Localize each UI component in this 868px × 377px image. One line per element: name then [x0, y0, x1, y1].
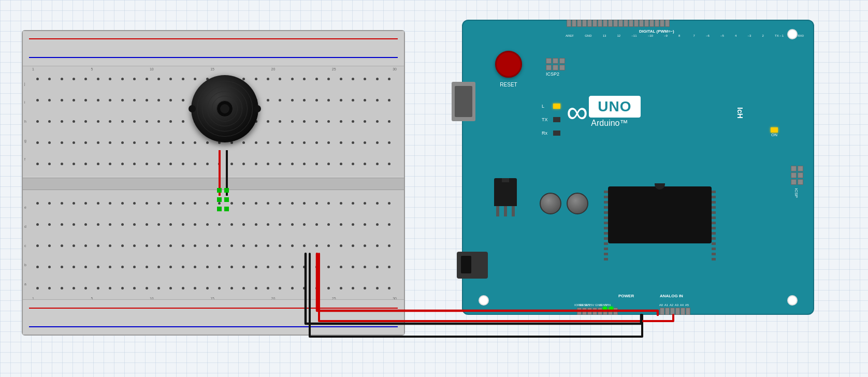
led-indicators: L TX Rx: [542, 104, 560, 136]
power-jack: [457, 252, 488, 279]
capacitor-1: [540, 193, 561, 214]
usb-port: [452, 82, 475, 121]
on-led-area: ON: [771, 127, 778, 137]
screw-hole-tr: [787, 29, 798, 39]
screw-hole-br: [787, 295, 798, 306]
row-label-i: i: [24, 100, 31, 104]
buzzer: [189, 72, 266, 150]
row-label-f: f: [24, 157, 31, 161]
breadboard-bottom-rail: [23, 299, 404, 335]
breadboard-center-gap: [23, 178, 404, 190]
power-green-led-2: [609, 307, 613, 311]
atmega-chip: [608, 186, 712, 243]
uno-badge: UNO: [589, 96, 640, 118]
led-rx-label: Rx: [542, 130, 550, 136]
row-label-b: b: [24, 263, 31, 267]
power-green-led-1: [603, 307, 607, 311]
on-led: [771, 127, 778, 133]
buzzer-connector-green-3: [217, 197, 222, 202]
icsp2-header: ICSP2: [546, 58, 565, 77]
top-rail-blue-line: [29, 57, 398, 58]
icsp-text: IcH: [736, 107, 744, 119]
buzzer-connector-green-1: [217, 188, 222, 193]
bottom-rail-blue-line: [29, 326, 398, 327]
row-label-h: h: [24, 120, 31, 123]
arduino-logo-area: ∞ UNO Arduino™: [567, 96, 641, 128]
arduino-brand: Arduino™: [589, 119, 640, 128]
on-label: ON: [771, 133, 778, 137]
reset-button[interactable]: [495, 51, 522, 78]
led-tx: [553, 117, 560, 122]
breadboard-bottom-dots: [23, 190, 404, 301]
icsp1-label: ICSP: [794, 189, 799, 198]
digital-header: [567, 20, 803, 27]
led-l-label: L: [542, 104, 550, 109]
arduino-infinity-symbol: ∞: [567, 97, 585, 127]
reset-label: RESET: [493, 82, 524, 88]
digital-label: DIGITAL (PWM=~): [639, 29, 674, 34]
bottom-rail-red-line: [29, 308, 398, 309]
row-label-g: g: [24, 139, 31, 142]
screw-hole-bl: [479, 295, 489, 306]
top-rail-red-line: [29, 38, 398, 39]
icsp2-label: ICSP2: [546, 71, 565, 77]
icsp1-header: ICSP: [791, 166, 806, 191]
buzzer-connector-green-2: [224, 188, 229, 193]
analog-header: [660, 308, 690, 315]
led-rx: [553, 130, 560, 136]
row-label-c: c: [24, 244, 31, 248]
row-label-e: e: [24, 206, 31, 209]
breadboard: /* dots rendered via absolute positionin…: [22, 30, 405, 336]
capacitor-2: [567, 193, 588, 214]
voltage-regulator: [494, 178, 517, 206]
row-label-d: d: [24, 225, 31, 228]
buzzer-connector-green-5: [217, 207, 222, 211]
row-label-j: j: [24, 82, 31, 85]
row-label-a: a: [24, 282, 31, 286]
arduino-uno: RESET ICSP2 IcH ICSP: [462, 20, 814, 315]
buzzer-connector-green-6: [224, 207, 229, 211]
led-l: [553, 104, 560, 109]
power-label: POWER: [618, 294, 634, 298]
buzzer-connector-green-4: [224, 197, 229, 202]
analog-label: ANALOG IN: [660, 294, 683, 298]
led-tx-label: TX: [542, 117, 550, 122]
breadboard-top-rail: /* dots rendered via absolute positionin…: [23, 31, 404, 66]
